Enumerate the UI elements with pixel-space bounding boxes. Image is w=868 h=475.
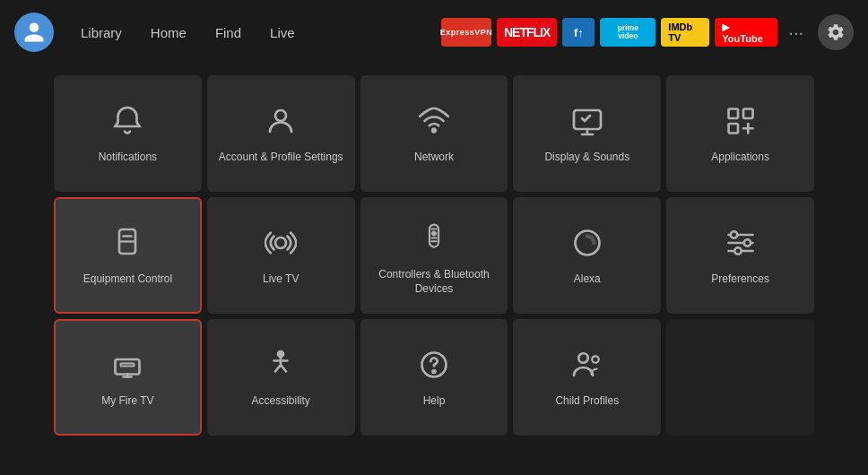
nav-apps: ExpressVPN NETFLIX f↑ primevideo IMDb TV… (441, 14, 854, 50)
tile-notifications-label: Notifications (99, 151, 157, 165)
app-freevee[interactable]: f↑ (562, 18, 595, 47)
tile-live-tv-label: Live TV (263, 272, 299, 287)
svg-point-21 (734, 247, 742, 255)
settings-gear-button[interactable] (818, 14, 854, 50)
app-youtube[interactable]: ▶ YouTube (715, 18, 777, 47)
tile-help[interactable]: Help (360, 319, 508, 436)
svg-point-20 (743, 239, 751, 246)
top-navigation: Library Home Find Live ExpressVPN NETFLI… (0, 0, 868, 65)
svg-point-0 (275, 110, 286, 121)
tile-live-tv[interactable]: Live TV (207, 197, 355, 314)
svg-point-26 (278, 351, 283, 357)
alexa-icon (571, 227, 603, 263)
wifi-icon (418, 105, 450, 142)
svg-point-19 (730, 231, 737, 238)
tile-preferences-label: Preferences (711, 272, 769, 287)
svg-point-30 (592, 356, 599, 363)
tile-help-label: Help (423, 394, 446, 409)
nav-more-button[interactable]: ··· (783, 22, 809, 43)
tile-account[interactable]: Account & Profile Settings (207, 75, 355, 192)
app-imdb[interactable]: IMDb TV (661, 18, 709, 47)
tile-applications[interactable]: Applications (666, 75, 814, 192)
tile-accessibility[interactable]: Accessibility (207, 319, 355, 436)
svg-point-28 (432, 370, 435, 373)
tile-equipment-control[interactable]: Equipment Control (54, 197, 202, 314)
tile-accessibility-label: Accessibility (252, 394, 310, 409)
tile-applications-label: Applications (711, 151, 769, 165)
tv-remote-icon (111, 227, 143, 263)
tile-equipment-control-label: Equipment Control (83, 272, 172, 287)
svg-rect-25 (121, 363, 135, 366)
tile-my-fire-tv-label: My Fire TV (101, 394, 153, 409)
tile-account-label: Account & Profile Settings (219, 151, 343, 165)
nav-link-find[interactable]: Find (203, 20, 254, 46)
tile-controllers-label: Controllers & Bluetooth Devices (368, 268, 501, 296)
apps-icon (725, 105, 757, 142)
tile-network-label: Network (414, 151, 454, 165)
svg-point-9 (275, 238, 286, 248)
tile-preferences[interactable]: Preferences (666, 197, 814, 314)
app-netflix[interactable]: NETFLIX (497, 18, 557, 47)
bell-icon (111, 105, 143, 142)
person-icon (265, 105, 297, 142)
firetv-icon (111, 349, 143, 385)
children-icon (571, 349, 603, 385)
tile-display-sounds-label: Display & Sounds (544, 151, 629, 165)
nav-link-home[interactable]: Home (138, 20, 199, 46)
help-icon (418, 349, 450, 385)
tile-child-profiles[interactable]: Child Profiles (513, 319, 661, 436)
svg-point-1 (432, 128, 436, 132)
svg-rect-5 (728, 124, 738, 134)
tile-notifications[interactable]: Notifications (54, 75, 202, 192)
svg-point-12 (432, 232, 436, 236)
nav-link-library[interactable]: Library (68, 20, 135, 46)
antenna-icon (265, 227, 297, 263)
tile-controllers[interactable]: Controllers & Bluetooth Devices (360, 197, 508, 314)
app-expressvpn[interactable]: ExpressVPN (441, 18, 491, 47)
remote-icon (421, 217, 447, 259)
accessibility-icon (265, 349, 297, 385)
nav-link-live[interactable]: Live (257, 20, 308, 46)
tile-display-sounds[interactable]: Display & Sounds (513, 75, 661, 192)
tile-network[interactable]: Network (360, 75, 508, 192)
avatar[interactable] (14, 13, 54, 52)
nav-links: Library Home Find Live (68, 20, 308, 46)
svg-point-29 (578, 353, 588, 363)
settings-grid: Notifications Account & Profile Settings… (0, 65, 868, 446)
app-primevideo[interactable]: primevideo (600, 18, 655, 47)
svg-rect-3 (728, 108, 738, 118)
display-icon (571, 105, 603, 142)
svg-rect-4 (743, 108, 753, 118)
sliders-icon (725, 227, 757, 263)
tile-alexa-label: Alexa (574, 272, 601, 287)
tile-child-profiles-label: Child Profiles (555, 394, 619, 409)
tile-my-fire-tv[interactable]: My Fire TV (54, 319, 202, 436)
tile-alexa[interactable]: Alexa (513, 197, 661, 314)
tile-empty (666, 319, 814, 436)
